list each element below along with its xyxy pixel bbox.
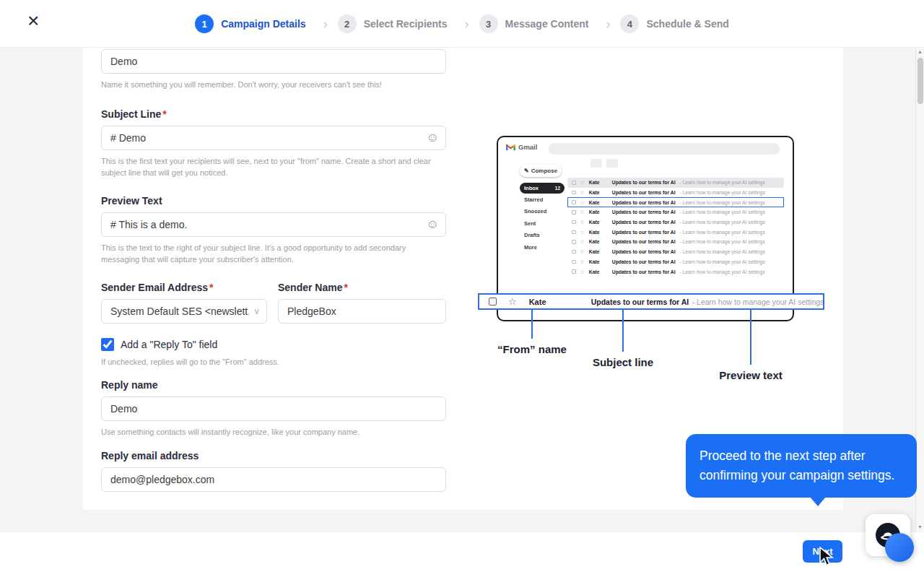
- gmail-sidebar-item: Starred: [520, 194, 565, 206]
- email-preview: - Learn how to manage your AI settings: [680, 230, 765, 235]
- zoom-row-sender: Kate: [529, 298, 561, 306]
- star-icon: ☆: [580, 249, 585, 254]
- gmail-email-row: ☆ Kate Updates to our terms for AI - Lea…: [567, 266, 784, 277]
- checkbox-icon: [572, 230, 576, 235]
- reply-email-input[interactable]: [101, 467, 446, 492]
- gmail-sidebar-item: More: [520, 241, 565, 254]
- star-icon: ☆: [580, 220, 585, 225]
- email-preview: - Learn how to manage your AI settings: [680, 249, 765, 254]
- campaign-name-input[interactable]: [101, 49, 446, 74]
- gmail-email-row: ☆ Kate Updates to our terms for AI - Lea…: [567, 257, 784, 267]
- campaign-name-helper: Name it something you will remember. Don…: [101, 79, 446, 91]
- chevron-right-icon: ›: [606, 17, 610, 32]
- email-subject: Updates to our terms for AI: [612, 220, 676, 225]
- gmail-email-row: ☆ Kate Updates to our terms for AI - Lea…: [567, 207, 784, 217]
- wizard-step[interactable]: 2 Select Recipients ›: [338, 14, 479, 33]
- sender-email-label: Sender Email Address*: [101, 282, 267, 293]
- gmail-toolbar-button: [606, 159, 618, 168]
- subject-line-input[interactable]: [101, 126, 446, 150]
- star-icon: ☆: [508, 297, 517, 306]
- zoomed-email-row: ☆ Kate Updates to our terms for AI - Lea…: [478, 293, 824, 310]
- wizard-step[interactable]: 1 Campaign Details ›: [195, 14, 337, 33]
- star-icon: ☆: [580, 180, 585, 185]
- email-subject: Updates to our terms for AI: [612, 190, 676, 195]
- checkbox-icon: [572, 210, 576, 214]
- step-label: Message Content: [505, 18, 589, 30]
- checkbox-icon: [572, 220, 576, 225]
- reply-name-input[interactable]: [101, 396, 446, 421]
- gmail-email-list: ☆ Kate Updates to our terms for AI - Lea…: [567, 178, 784, 277]
- email-preview: - Learn how to manage your AI settings: [680, 190, 765, 195]
- email-preview: - Learn how to manage your AI settings: [680, 209, 765, 214]
- step-number: 2: [338, 14, 357, 33]
- sender-name-label: Sender Name*: [278, 282, 446, 293]
- preview-text-helper: This is the text to the right of your su…: [101, 242, 446, 266]
- emoji-picker-icon[interactable]: ☺: [427, 217, 439, 232]
- star-icon: ☆: [580, 269, 585, 274]
- star-icon: ☆: [580, 239, 585, 244]
- wizard-header: × 1 Campaign Details › 2 Select Recipien…: [0, 0, 924, 48]
- star-icon: ☆: [580, 190, 585, 195]
- email-sender: Kate: [589, 249, 608, 254]
- star-icon: ☆: [580, 230, 585, 235]
- scroll-down-arrow-icon[interactable]: ▼: [918, 524, 923, 529]
- pencil-icon: ✎: [524, 168, 529, 174]
- checkbox-icon: [572, 200, 576, 204]
- email-sender: Kate: [589, 190, 608, 195]
- star-icon: ☆: [580, 259, 585, 264]
- reply-to-checkbox[interactable]: [101, 338, 114, 351]
- sender-email-value: System Default SES <newslett...: [110, 306, 249, 317]
- email-sender: Kate: [589, 239, 608, 244]
- scrollbar-thumb[interactable]: [918, 58, 923, 104]
- checkbox-icon: [572, 181, 576, 185]
- wizard-step[interactable]: 3 Message Content ›: [479, 14, 621, 33]
- wizard-footer: [0, 532, 924, 572]
- gmail-compose-button: ✎ Compose: [520, 165, 562, 177]
- gmail-email-row: ☆ Kate Updates to our terms for AI - Lea…: [567, 237, 784, 247]
- gmail-sidebar: Inbox 12 Starred Snoozed Sent: [520, 183, 565, 254]
- email-subject: Updates to our terms for AI: [612, 180, 676, 185]
- gmail-m-icon: [506, 144, 515, 151]
- email-sender: Kate: [589, 200, 608, 205]
- wizard-step[interactable]: 4 Schedule & Send ›: [620, 14, 728, 33]
- checkbox-icon: [572, 269, 576, 274]
- step-label: Select Recipients: [364, 18, 448, 30]
- email-sender: Kate: [589, 269, 608, 274]
- checkbox-icon: [489, 298, 497, 306]
- step-label: Schedule & Send: [646, 18, 728, 30]
- callout-preview-text: Preview text: [697, 369, 805, 381]
- emoji-picker-icon[interactable]: ☺: [427, 131, 439, 145]
- chevron-right-icon: ›: [465, 17, 469, 32]
- email-sender: Kate: [589, 209, 608, 214]
- sender-email-select[interactable]: System Default SES <newslett... ∨: [101, 299, 267, 324]
- email-preview: - Learn how to manage your AI settings: [680, 180, 765, 185]
- preview-text-input[interactable]: [101, 212, 446, 237]
- email-subject: Updates to our terms for AI: [612, 249, 676, 254]
- step-label: Campaign Details: [221, 18, 305, 30]
- email-preview: - Learn how to manage your AI settings: [680, 239, 765, 244]
- checkbox-icon: [572, 240, 576, 244]
- callout-from-name: “From” name: [478, 343, 586, 355]
- sender-name-input[interactable]: [278, 299, 446, 324]
- email-sender: Kate: [589, 259, 608, 264]
- gmail-email-row: ☆ Kate Updates to our terms for AI - Lea…: [567, 217, 784, 228]
- scroll-up-arrow-icon[interactable]: ▲: [918, 49, 923, 54]
- email-preview: - Learn how to manage your AI settings: [680, 200, 765, 205]
- callout-line: [750, 310, 751, 365]
- email-subject: Updates to our terms for AI: [612, 239, 676, 244]
- step-number: 3: [479, 14, 498, 33]
- email-preview: - Learn how to manage your AI settings: [680, 259, 765, 264]
- reply-to-checkbox-label: Add a "Reply To" field: [121, 339, 217, 350]
- required-asterisk: *: [344, 282, 347, 293]
- wizard-stepper: 1 Campaign Details › 2 Select Recipients…: [0, 0, 924, 48]
- gmail-email-row: ☆ Kate Updates to our terms for AI - Lea…: [567, 227, 784, 237]
- zoom-row-subject: Updates to our terms for AI: [591, 298, 689, 306]
- zoom-row-preview: - Learn how to manage your AI settings: [692, 298, 824, 306]
- chat-button[interactable]: [885, 533, 914, 562]
- step-number: 4: [620, 14, 639, 33]
- email-subject: Updates to our terms for AI: [612, 230, 676, 235]
- star-icon: ☆: [580, 209, 585, 214]
- star-icon: ☆: [580, 200, 585, 205]
- mouse-cursor-icon: [818, 547, 835, 567]
- gmail-sidebar-item: Drafts: [520, 230, 565, 242]
